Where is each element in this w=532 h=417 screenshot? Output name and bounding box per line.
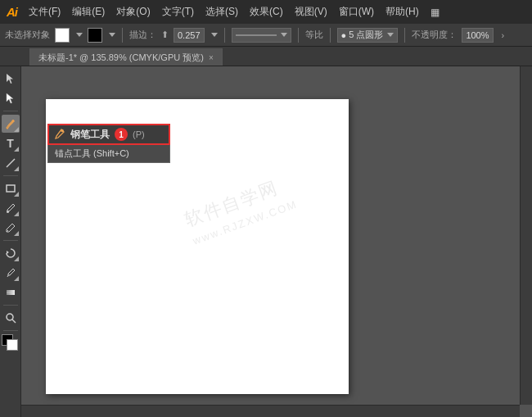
tool-separator-3 [3,240,18,241]
menu-window[interactable]: 窗口(W) [334,3,379,20]
brush-tool-button[interactable] [2,199,20,217]
menu-extra[interactable]: ▦ [426,5,444,20]
svg-marker-8 [7,251,9,254]
zoom-icon [5,312,16,324]
svg-line-13 [12,320,16,323]
title-bar: Ai 文件(F) 编辑(E) 对象(O) 文字(T) 选择(S) 效果(C) 视… [0,0,532,24]
svg-rect-5 [7,185,15,192]
tool-separator-4 [3,305,18,306]
rect-tool-button[interactable] [2,179,20,197]
horizontal-scrollbar[interactable] [21,405,520,417]
stroke-unit-arrow[interactable] [211,33,218,37]
select-icon [5,73,16,84]
type-tool-expand-arrow [14,147,19,152]
menu-bar: 文件(F) 编辑(E) 对象(O) 文字(T) 选择(S) 效果(C) 视图(V… [24,3,525,20]
svg-line-3 [7,125,9,126]
toolbar: T [0,66,21,417]
menu-help[interactable]: 帮助(H) [381,3,424,20]
vertical-scrollbar[interactable] [520,66,532,405]
tab-label: 未标题-1* @ 135.89% (CMYK/GPU 预览) [38,52,204,64]
rect-tool-expand-arrow [14,192,19,197]
shape-label: 5 点圆形 [349,29,383,41]
tooltip-tool-name: 钢笔工具 [70,128,110,142]
rotate-tool-expand-arrow [14,256,19,261]
opacity-value-box[interactable]: 100% [462,28,493,43]
pen-tool-button[interactable] [2,115,20,133]
ai-logo: Ai [7,5,17,19]
tool-tooltip-popup: 钢笔工具 1 (P) 锚点工具 (Shift+C) [47,124,170,163]
pen-tool-icon-highlight [52,128,65,141]
tool-highlight-box: 钢笔工具 1 (P) [47,124,170,145]
separator-4 [330,28,331,43]
svg-point-6 [7,211,9,213]
gradient-icon [5,287,16,298]
shape-arrow[interactable] [387,33,394,37]
menu-view[interactable]: 视图(V) [290,3,332,20]
fill-color-box[interactable] [55,28,70,43]
pencil-tool-expand-arrow [14,231,19,236]
ratio-label: 等比 [305,29,323,41]
svg-line-9 [7,275,8,277]
line-tool-button[interactable] [2,154,20,172]
separator-1 [122,28,123,43]
type-icon: T [7,137,14,150]
canvas-area: 软件自学网 www.RJZXW.COM 钢笔工具 1 (P) 锚点工具 (Shi… [21,66,532,417]
stroke-color-box[interactable] [88,28,102,43]
more-options[interactable]: › [502,30,505,40]
stroke-arrows: ⬆ [161,29,169,40]
menu-effect[interactable]: 效果(C) [245,3,288,20]
eyedropper-expand-arrow [14,276,19,281]
stroke-line-style[interactable] [232,28,291,43]
separator-2 [224,28,225,43]
type-tool-button[interactable]: T [2,134,20,152]
stroke-line-icon [236,34,277,36]
menu-edit[interactable]: 编辑(E) [67,3,110,20]
direct-select-tool-button[interactable] [2,89,20,107]
pencil-tool-button[interactable] [2,219,20,237]
menu-file[interactable]: 文件(F) [24,3,65,20]
direct-select-icon [5,93,16,104]
svg-marker-1 [7,93,13,103]
svg-point-14 [61,129,64,133]
tab-close-button[interactable]: × [209,53,214,62]
stroke-color-arrow[interactable] [109,33,115,37]
select-tool-button[interactable] [2,70,20,88]
line-tool-expand-arrow [14,166,19,171]
shape-select[interactable]: ● 5 点圆形 [337,28,399,43]
menu-object[interactable]: 对象(O) [111,3,155,20]
tooltip-shortcut: (P) [133,129,145,139]
pen-tool-expand-arrow [14,127,19,132]
opacity-label: 不透明度： [412,29,457,41]
svg-point-12 [7,314,13,320]
tooltip-hint-text: 锚点工具 (Shift+C) [47,145,170,163]
gradient-tool-button[interactable] [2,283,20,301]
eyedropper-tool-button[interactable] [2,264,20,282]
separator-5 [404,28,405,43]
tool-separator-5 [3,330,18,331]
background-color[interactable] [7,339,18,351]
zoom-tool-button[interactable] [2,309,20,327]
stroke-line-arrow[interactable] [281,33,287,37]
stroke-value-box[interactable]: 0.257 [174,28,205,43]
menu-type[interactable]: 文字(T) [157,3,199,20]
stroke-label: 描边： [129,29,156,41]
tooltip-badge: 1 [115,128,128,141]
main-area: T [0,66,532,417]
menu-select[interactable]: 选择(S) [201,3,243,20]
svg-marker-0 [7,74,13,84]
tab-bar: 未标题-1* @ 135.89% (CMYK/GPU 预览) × [0,47,532,66]
document-tab[interactable]: 未标题-1* @ 135.89% (CMYK/GPU 预览) × [29,48,223,66]
rotate-tool-button[interactable] [2,244,20,262]
fill-color-arrow[interactable] [76,33,83,37]
tool-separator-2 [3,175,18,176]
separator-3 [298,28,299,43]
tool-separator-1 [3,111,18,111]
brush-tool-expand-arrow [14,211,19,216]
options-bar: 未选择对象 描边： ⬆ 0.257 等比 ● 5 点圆形 不透明度： 100% … [0,24,532,47]
select-label: 未选择对象 [5,29,50,41]
svg-point-2 [12,120,15,122]
color-boxes [2,334,20,352]
